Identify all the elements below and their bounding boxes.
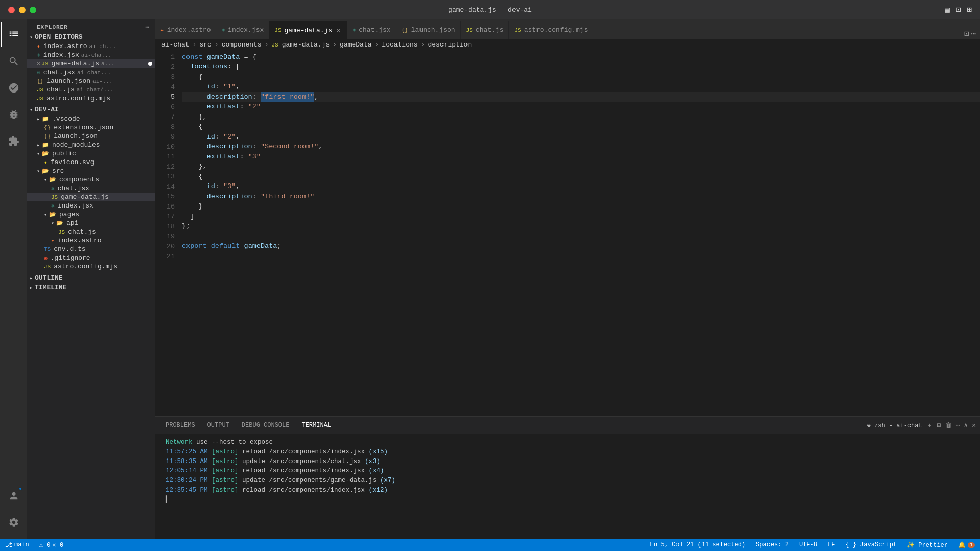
cursor-position-status[interactable]: Ln 5, Col 21 (11 selected): [645, 539, 751, 551]
breadcrumb-src[interactable]: src: [199, 41, 211, 49]
tab-astro-config[interactable]: JS astro.config.mjs: [509, 21, 593, 39]
indentation-status[interactable]: Spaces: 2: [751, 539, 794, 551]
sidebar-item-api-folder[interactable]: ▾ 📂 api: [27, 219, 155, 227]
timeline-header[interactable]: ▸ TIMELINE: [27, 283, 155, 292]
settings-activity-icon[interactable]: [1, 510, 26, 535]
close-button[interactable]: [8, 7, 15, 13]
split-editor-icon[interactable]: ⊡: [964, 29, 969, 39]
terminal-close-icon[interactable]: ✕: [972, 421, 976, 429]
new-file-icon[interactable]: ⋯: [145, 24, 149, 30]
dev-ai-header[interactable]: ▾ DEV-AI: [27, 105, 155, 114]
maximize-button[interactable]: [30, 7, 36, 13]
sidebar-item-favicon[interactable]: ✦ favicon.svg: [27, 158, 155, 167]
sidebar-item-chat-jsx-tree[interactable]: ⚛ chat.jsx: [27, 184, 155, 193]
sidebar-item-gitignore[interactable]: ◉ .gitignore: [27, 254, 155, 262]
sidebar-item-index-jsx-tree[interactable]: ⚛ index.jsx: [27, 201, 155, 210]
output-tab[interactable]: OUTPUT: [201, 417, 236, 434]
notification-badge: 1: [968, 542, 975, 548]
close-tab-button[interactable]: ✕: [335, 26, 341, 35]
sidebar-toggle-icon[interactable]: ▤: [945, 5, 950, 15]
problems-tab[interactable]: PROBLEMS: [159, 417, 201, 434]
outline-header[interactable]: ▸ OUTLINE: [27, 273, 155, 283]
sidebar-item-launch-json-tree[interactable]: {} launch.json: [27, 132, 155, 141]
minimize-button[interactable]: [19, 7, 26, 13]
encoding-status[interactable]: UTF-8: [794, 539, 823, 551]
sidebar-item-components-folder[interactable]: ▾ 📂 components: [27, 175, 155, 184]
breadcrumb-game-data-js[interactable]: game-data.js: [282, 41, 330, 49]
tab-chat-jsx[interactable]: ⚛ chat.jsx: [347, 21, 396, 39]
code-content[interactable]: const gameData = { locations: [ { id: "1…: [182, 51, 980, 416]
language-status[interactable]: { } JavaScript: [840, 539, 902, 551]
breadcrumb-ai-chat[interactable]: ai-chat: [161, 41, 190, 49]
sidebar-item-src-folder[interactable]: ▾ 📂 src: [27, 167, 155, 175]
eol-status[interactable]: LF: [823, 539, 840, 551]
debug-console-tab[interactable]: DEBUG CONSOLE: [236, 417, 296, 434]
breadcrumb-gameData[interactable]: gameData: [340, 41, 371, 49]
git-activity-icon[interactable]: [1, 76, 26, 100]
main-layout: EXPLORER ⋯ ▾ OPEN EDITORS ✦ index.astro …: [0, 19, 980, 539]
title-bar-icons[interactable]: ▤ ⊡ ⊞: [945, 5, 972, 15]
sidebar-item-astro-config-tree[interactable]: JS astro.config.mjs: [27, 262, 155, 271]
json-tab-icon: {}: [402, 27, 408, 33]
debug-activity-icon[interactable]: [1, 102, 26, 127]
add-terminal-icon[interactable]: ＋: [926, 421, 933, 430]
sidebar-item-chat-js-tree[interactable]: JS chat.js: [27, 227, 155, 236]
explorer-activity-icon[interactable]: [1, 22, 26, 47]
breadcrumb-description[interactable]: description: [428, 41, 472, 49]
prettier-status[interactable]: ✨ Prettier: [902, 539, 953, 551]
more-actions-icon[interactable]: ⋯: [971, 29, 976, 39]
astro-file-icon: ✦: [51, 237, 55, 244]
js-file-icon: JS: [37, 96, 43, 102]
tab-chat-js[interactable]: JS chat.js: [461, 21, 509, 39]
search-activity-icon[interactable]: [1, 49, 26, 74]
sidebar-item-env-dts[interactable]: TS env.d.ts: [27, 245, 155, 254]
sidebar-item-index-astro-tree[interactable]: ✦ index.astro: [27, 236, 155, 245]
json-file-icon: {}: [44, 133, 51, 140]
astro-tab-icon: ✦: [160, 27, 164, 33]
sidebar-item-public-folder[interactable]: ▾ 📂 public: [27, 149, 155, 158]
code-line-7: },: [182, 112, 980, 122]
sidebar-item-game-data-js[interactable]: ✕ JS game-data.js a...: [27, 59, 155, 68]
tab-bar: ✦ index.astro ⚛ index.jsx JS game-data.j…: [155, 19, 980, 39]
sidebar-item-game-data-tree[interactable]: JS game-data.js: [27, 193, 155, 201]
sidebar-item-pages-folder[interactable]: ▾ 📂 pages: [27, 210, 155, 219]
tab-game-data-js[interactable]: JS game-data.js ✕: [269, 21, 347, 39]
sidebar-item-chat-js[interactable]: JS chat.js ai-chat/... ✕: [27, 85, 155, 94]
code-line-10: description: "Second room!",: [182, 142, 980, 152]
layout-icon[interactable]: ⊡: [956, 5, 961, 15]
sidebar-item-index-jsx[interactable]: ⚛ index.jsx ai-cha... ✕: [27, 51, 155, 59]
activity-bar: [0, 19, 27, 539]
sidebar-actions[interactable]: ⋯: [145, 24, 149, 30]
tab-index-jsx[interactable]: ⚛ index.jsx: [216, 21, 269, 39]
split-icon[interactable]: ⊞: [967, 5, 972, 15]
account-activity-icon[interactable]: [1, 484, 26, 508]
tab-index-astro[interactable]: ✦ index.astro: [155, 21, 216, 39]
terminal-collapse-icon[interactable]: ∧: [964, 421, 968, 429]
breadcrumb-locations[interactable]: locations: [382, 41, 417, 49]
notifications-status[interactable]: 🔔 1: [953, 539, 980, 551]
sidebar-item-chat-jsx[interactable]: ⚛ chat.jsx ai-chat... ✕: [27, 68, 155, 77]
sidebar-item-index-astro[interactable]: ✦ index.astro ai-ch... ✕: [27, 42, 155, 51]
kill-terminal-icon[interactable]: 🗑: [945, 422, 952, 429]
code-editor[interactable]: 1 2 3 4 5 6 7 8 9 10 11 12 13 14 15 16 1…: [155, 51, 980, 416]
tab-bar-actions[interactable]: ⊡ ⋯: [964, 29, 980, 39]
window-controls[interactable]: [8, 7, 36, 13]
code-line-13: {: [182, 172, 980, 182]
errors-warnings-status[interactable]: ⚠ 0 ✕ 0: [34, 539, 68, 551]
terminal-content[interactable]: Network use --host to expose 11:57:25 AM…: [155, 434, 980, 539]
sidebar-item-astro-config[interactable]: JS astro.config.mjs ✕: [27, 94, 155, 103]
terminal-tab[interactable]: TERMINAL: [295, 417, 337, 434]
terminal-actions[interactable]: ⊕ zsh - ai-chat ＋ ⊡ 🗑 ⋯ ∧ ✕: [867, 421, 976, 430]
folder-open-icon: 📂: [49, 211, 56, 218]
tab-launch-json[interactable]: {} launch.json: [396, 21, 461, 39]
sidebar-item-vscode-folder[interactable]: ▸ 📁 .vscode: [27, 114, 155, 123]
breadcrumb-components[interactable]: components: [222, 41, 262, 49]
split-terminal-icon[interactable]: ⊡: [937, 421, 941, 429]
terminal-more-icon[interactable]: ⋯: [956, 421, 960, 429]
extensions-activity-icon[interactable]: [1, 129, 26, 153]
sidebar-item-extensions-json[interactable]: {} extensions.json: [27, 123, 155, 132]
sidebar-item-node-modules[interactable]: ▸ 📁 node_modules: [27, 141, 155, 149]
sidebar-item-launch-json[interactable]: {} launch.json ai-... ✕: [27, 77, 155, 85]
open-editors-header[interactable]: ▾ OPEN EDITORS: [27, 32, 155, 42]
git-branch-status[interactable]: ⎇ main: [0, 539, 34, 551]
